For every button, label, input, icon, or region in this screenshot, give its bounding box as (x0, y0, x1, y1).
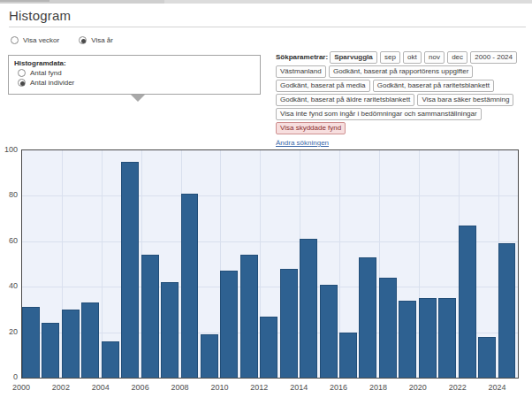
radio-label: Visa veckor (23, 36, 59, 44)
histogram-bar-2021 (438, 298, 456, 378)
radio-label: Visa år (91, 36, 113, 44)
x-axis-tick-label: 2004 (86, 383, 116, 392)
top-strip-edge (0, 0, 49, 2)
histogram-bar-2001 (42, 323, 59, 378)
histogram-bar-2019 (399, 301, 416, 378)
histogram-bar-2000 (22, 307, 40, 378)
histogram-data-option-0[interactable]: Antal fynd (18, 69, 255, 77)
x-axis-tick-label: 2010 (204, 383, 234, 392)
y-axis-tick-label: 20 (0, 327, 18, 336)
x-axis-tick-label: 2020 (403, 383, 433, 392)
search-param-tag-1: sep (380, 51, 400, 64)
histogram-bar-2006 (141, 255, 159, 378)
view-toggle-option-1[interactable]: Visa år (79, 36, 113, 44)
search-param-tag-6: Västmanland (276, 65, 326, 78)
radio-label: Antal individer (30, 79, 74, 87)
x-axis-tick-label: 2012 (244, 383, 274, 392)
x-axis-tick-label: 2002 (46, 383, 76, 392)
x-axis-tick-label: 2014 (284, 383, 314, 392)
browser-top-strip (0, 0, 532, 4)
histogram-bar-2003 (81, 302, 99, 378)
radio-label: Antal fynd (30, 69, 62, 77)
histogram-bar-2018 (379, 278, 397, 378)
view-toggle-option-0[interactable]: Visa veckor (11, 36, 59, 44)
histogram-bar-2007 (161, 282, 179, 378)
histogram-data-box-title: Histogramdata: (14, 59, 255, 67)
histogram-bar-2002 (62, 310, 80, 378)
gridline-horizontal (22, 195, 518, 196)
histogram-data-option-1[interactable]: Antal individer (18, 79, 255, 87)
y-axis-tick-label: 40 (0, 281, 18, 290)
histogram-bar-2020 (419, 298, 437, 378)
search-param-tag-12: Visa inte fynd som ingår i bedömningar o… (276, 108, 482, 120)
histogram-bar-2013 (280, 269, 298, 378)
histogram-bar-2009 (201, 334, 218, 378)
radio-button-icon[interactable] (79, 36, 87, 44)
search-param-tag-5: 2000 - 2024 (470, 51, 517, 64)
y-axis-tick-label: 0 (0, 372, 18, 381)
x-axis-tick-label: 2018 (363, 383, 393, 392)
title-divider (9, 27, 526, 27)
x-axis-tick-label: 2006 (125, 383, 156, 392)
y-axis-tick-label: 60 (0, 236, 18, 245)
gridline-horizontal (22, 287, 518, 287)
x-axis-tick-label: 2024 (483, 383, 513, 392)
histogram-bar-2012 (260, 317, 277, 378)
plot-area (21, 149, 519, 379)
histogram-bar-2023 (478, 337, 496, 378)
histogram-bar-2008 (181, 194, 199, 378)
view-toggle-group: Visa veckorVisa år (11, 36, 113, 44)
radio-button-icon[interactable] (18, 79, 26, 87)
search-param-tag-10: Godkänt, baserat på äldre raritetsblanke… (276, 94, 414, 106)
y-axis-tick-label: 80 (0, 190, 18, 199)
page-title: Histogram (9, 8, 71, 23)
histogram-bar-2004 (102, 341, 119, 378)
radio-button-icon[interactable] (18, 69, 26, 77)
histogram-bar-2017 (359, 257, 376, 378)
histogram-chart: 020406080100 200020022004200620082010201… (0, 142, 532, 398)
x-axis-tick-label: 2000 (6, 383, 36, 392)
search-param-tag-8: Godkänt, baserat på media (276, 80, 370, 92)
histogram-data-box: Histogramdata: Antal fyndAntal individer (8, 55, 261, 95)
y-axis-tick-label: 100 (0, 145, 18, 154)
x-axis-tick-label: 2016 (323, 383, 353, 392)
search-param-tag-11: Visa bara säker bestämning (417, 94, 513, 106)
gridline-horizontal (22, 241, 518, 242)
search-param-tag-2: okt (403, 51, 422, 64)
histogram-bar-2005 (121, 162, 139, 378)
histogram-bar-2010 (220, 271, 238, 378)
histogram-bar-2014 (300, 239, 317, 378)
search-param-tag-0: Sparvuggla (330, 51, 377, 64)
histogram-bar-2024 (498, 243, 516, 378)
search-parameters-label: Sökparametrar: (276, 53, 328, 61)
search-param-tag-4: dec (447, 51, 467, 64)
search-param-tag-3: nov (424, 51, 445, 64)
histogram-bar-2011 (240, 255, 258, 378)
search-param-tag-9: Godkänt, baserat på raritetsblankett (373, 80, 494, 92)
search-param-tag-13: Visa skyddade fynd (276, 122, 346, 134)
x-axis-tick-label: 2022 (443, 383, 473, 392)
radio-button-icon[interactable] (11, 36, 19, 44)
histogram-bar-2015 (320, 285, 338, 378)
histogram-bar-2022 (459, 226, 476, 378)
search-param-tag-7: Godkänt, baserat på rapportörens uppgift… (329, 65, 473, 78)
histogram-bar-2016 (339, 333, 357, 378)
x-axis-tick-label: 2008 (165, 383, 195, 392)
callout-arrow-icon (131, 95, 145, 102)
